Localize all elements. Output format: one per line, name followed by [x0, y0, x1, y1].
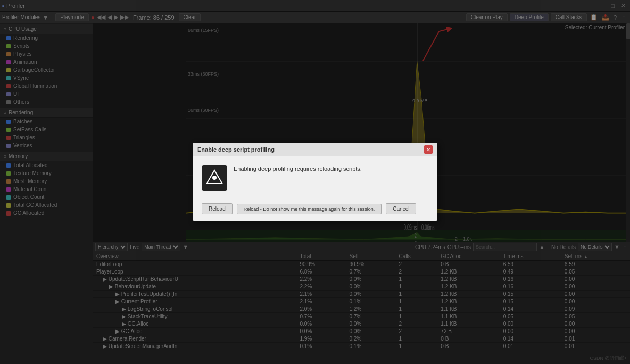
modal-title: Enable deep script profiling: [197, 146, 275, 153]
modal-body: Enabling deep profiling requires reloadi…: [193, 156, 437, 199]
cancel-btn[interactable]: Cancel: [386, 203, 416, 214]
reload-no-show-btn[interactable]: Reload - Do not show me this message aga…: [237, 204, 382, 214]
modal-message: Enabling deep profiling requires reloadi…: [234, 165, 428, 173]
unity-icon: [202, 165, 227, 191]
reload-btn[interactable]: Reload: [202, 203, 233, 214]
modal-close-btn[interactable]: ✕: [424, 145, 433, 154]
modal-overlay: Enable deep script profiling ✕ Enabling …: [0, 0, 630, 364]
modal-titlebar: Enable deep script profiling ✕: [193, 143, 437, 156]
svg-point-11: [212, 176, 217, 180]
modal-dialog: Enable deep script profiling ✕ Enabling …: [193, 143, 437, 221]
modal-footer: Reload Reload - Do not show me this mess…: [193, 199, 437, 221]
